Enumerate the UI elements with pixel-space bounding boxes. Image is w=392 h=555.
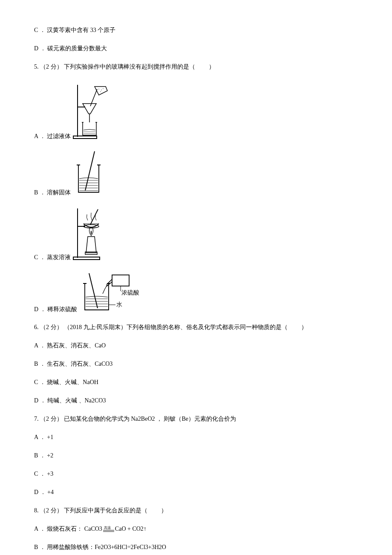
evaporation-diagram-icon [72, 206, 109, 261]
acid-label: 浓硫酸 [121, 289, 139, 296]
svg-rect-23 [85, 252, 97, 254]
q5-optB-label: B ． 溶解固体 [34, 189, 71, 197]
q5-option-a: A ． 过滤液体 [34, 81, 358, 140]
q7-option-d: D ． +4 [34, 488, 358, 497]
svg-rect-29 [112, 275, 129, 286]
q6-stem: 6. （2 分） （2018 九上·民乐期末）下列各组物质的名称、俗名及化学式都… [34, 323, 358, 332]
q6-option-b: B ． 生石灰、消石灰、CaCO3 [34, 359, 358, 368]
q7-option-c: C ． +3 [34, 469, 358, 478]
q5-stem: 5. （2 分） 下列实验操作中的玻璃棒没有起到搅拌作用的是（ ） [34, 62, 358, 71]
q7-option-a: A ． +1 [34, 433, 358, 442]
q4-option-d: D ． 碳元素的质量分数最大 [34, 44, 358, 53]
svg-rect-1 [73, 136, 97, 139]
dissolve-diagram-icon [72, 150, 107, 197]
svg-rect-19 [73, 257, 100, 260]
q8-option-b: B ． 用稀盐酸除铁锈：Fe2O3+6HCl=2FeCl3+3H2O [34, 543, 358, 552]
svg-point-8 [101, 91, 101, 92]
q4-option-c: C ． 汉黄芩素中含有 33 个原子 [34, 26, 358, 35]
q7-stem: 7. （2 分） 已知某化合物的化学式为 Na2BeO2 ， 则铍（Be）元素的… [34, 414, 358, 423]
q8-option-a: A ． 煅烧石灰石： CaCO3高温CaO + CO2↑ [34, 524, 358, 533]
q5-option-c: C ． 蒸发溶液 [34, 206, 358, 261]
filtration-diagram-icon [72, 81, 109, 140]
svg-point-5 [99, 89, 99, 89]
q5-optA-label: A ． 过滤液体 [34, 133, 71, 140]
q5-option-d: D ． 稀释浓硫酸 [34, 271, 358, 313]
water-label: 水 [116, 301, 122, 308]
svg-line-22 [90, 209, 98, 225]
dilute-acid-diagram-icon: 浓硫酸 水 [79, 271, 147, 313]
svg-rect-9 [84, 130, 95, 134]
q5-optD-label: D ． 稀释浓硫酸 [34, 306, 77, 313]
heating-condition-icon: 高温 [102, 526, 115, 533]
q5-option-b: B ． 溶解固体 [34, 150, 358, 197]
svg-point-6 [101, 90, 102, 90]
q6-option-a: A ． 熟石灰、消石灰、CaO [34, 341, 358, 350]
q8-optA-post: CaO + CO2↑ [115, 526, 147, 532]
svg-line-17 [85, 151, 95, 191]
q6-option-c: C ． 烧碱、火碱、NaOH [34, 378, 358, 387]
svg-text:高温: 高温 [104, 526, 111, 530]
q5-optC-label: C ． 蒸发溶液 [34, 254, 71, 261]
q6-option-d: D ． 纯碱、火碱 、Na2CO3 [34, 396, 358, 405]
q8-stem: 8. （2 分） 下列反应中属于化合反应的是（ ） [34, 506, 358, 515]
q7-option-b: B ． +2 [34, 451, 358, 460]
svg-line-28 [89, 273, 98, 308]
q8-optA-pre: A ． 煅烧石灰石： CaCO3 [34, 526, 102, 532]
svg-point-7 [103, 88, 104, 89]
